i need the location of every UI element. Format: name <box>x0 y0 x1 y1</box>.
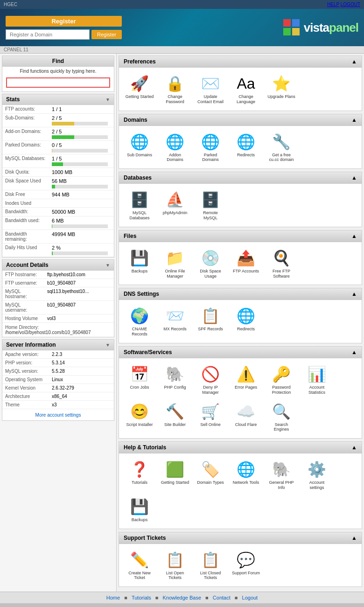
icon-item[interactable]: 🔒 Change Password <box>158 71 192 107</box>
icon-item[interactable]: 🔑 Password Protection <box>265 362 298 398</box>
domain-input[interactable] <box>6 29 90 40</box>
icon-image: 🌍 <box>130 306 149 326</box>
icon-item[interactable]: 🏷️ Domain Types <box>194 457 227 493</box>
icon-item[interactable]: 😊 Script Installer <box>123 399 156 435</box>
icon-item[interactable]: 🟩 Getting Started <box>158 457 192 493</box>
icon-item[interactable]: ⭐ Upgrade Plans <box>265 71 298 107</box>
icon-item[interactable]: 🔍 Search Engines <box>265 399 298 435</box>
footer-sep: ■ <box>205 595 209 600</box>
icon-image: 😊 <box>130 402 149 421</box>
icon-item[interactable]: 📤 FTP Accounts <box>229 246 263 281</box>
stats-label: Parked Domains: <box>2 141 49 154</box>
help-link[interactable]: HELP <box>327 2 339 7</box>
support-title: Support Tickets <box>124 535 166 541</box>
icon-item[interactable]: ✉️ Update Contact Email <box>194 71 227 107</box>
icon-item[interactable]: 🌐 Network Tools <box>229 457 263 493</box>
icon-item[interactable]: 🔨 Site Builder <box>158 399 192 435</box>
icon-image: 🍳 <box>272 248 291 268</box>
icon-item[interactable]: 🚀 Getting Started <box>123 71 156 107</box>
cube-red <box>283 19 291 27</box>
icon-image: ⚠️ <box>236 364 256 384</box>
files-panel: Files ▲ 💾 Backups 📁 Online File Manager … <box>119 230 362 286</box>
dns-header: DNS Settings ▲ <box>119 288 362 300</box>
icon-item[interactable]: 🗄️ MySQL Databases <box>123 188 156 223</box>
icon-item[interactable]: ⚠️ Error Pages <box>229 362 263 398</box>
icon-item[interactable]: 🔧 Get a free cu.cc domain <box>265 130 298 165</box>
icon-item[interactable]: 🌍 CNAME Records <box>123 304 156 339</box>
find-input[interactable] <box>6 77 110 88</box>
icon-item[interactable]: 📅 Cron Jobs <box>123 362 156 398</box>
icon-item[interactable]: 🛒 Sell Online <box>194 399 227 435</box>
icon-item[interactable]: 🗄️ Remote MySQL <box>194 188 227 223</box>
databases-panel: Databases ▲ 🗄️ MySQL Databases ⛵ phpMyAd… <box>119 172 362 227</box>
software-title: Software/Services <box>124 349 172 356</box>
home-dir-label: Home Directory: <box>5 325 39 330</box>
server-row: MySQL version: 5.5.28 <box>2 367 114 376</box>
stats-value: 50000 MB <box>49 208 114 216</box>
icon-item[interactable]: 📋 List Open Tickets <box>158 548 192 583</box>
content: Preferences ▲ 🚀 Getting Started 🔒 Change… <box>117 54 364 592</box>
icon-label: Redirects <box>237 327 255 332</box>
footer-link[interactable]: Tutorials <box>132 595 151 600</box>
icon-item[interactable]: ❓ Tutorials <box>123 457 156 493</box>
register-button[interactable]: Register <box>6 16 122 27</box>
icon-item[interactable]: 💿 Disk Space Usage <box>194 246 227 281</box>
server-value: x3 <box>49 401 114 409</box>
server-row: PHP version: 5.3.14 <box>2 359 114 367</box>
stats-value: 56 MB <box>49 177 114 190</box>
icon-item[interactable]: ⚙️ Account settings <box>300 457 334 493</box>
icon-image: 🟩 <box>165 460 185 479</box>
preferences-body: 🚀 Getting Started 🔒 Change Password ✉️ U… <box>119 68 362 111</box>
icon-item[interactable]: 🐘 General PHP Info <box>265 457 298 493</box>
icon-item[interactable]: 📁 Online File Manager <box>158 246 192 281</box>
icon-label: Update Contact Email <box>196 94 225 105</box>
stats-value: 1 / 5 <box>49 154 114 168</box>
icon-label: Change Password <box>161 94 189 105</box>
more-settings-link[interactable]: More account settings <box>35 412 81 418</box>
footer-link[interactable]: Logout <box>242 595 258 600</box>
icon-item[interactable]: 🌐 Parked Domains <box>194 130 227 165</box>
account-label: FTP username: <box>2 279 44 287</box>
icon-item[interactable]: Aa Change Language <box>229 71 263 107</box>
icon-label: List Open Tickets <box>161 571 189 581</box>
account-row: MySQL username: b10_9504807 <box>2 301 114 314</box>
icon-item[interactable]: ✏️ Create New Ticket <box>123 548 156 583</box>
icon-item[interactable]: 🌐 Addon Domains <box>158 130 192 165</box>
icon-image: 🗄️ <box>201 190 220 209</box>
icon-item[interactable]: 💾 Backups <box>123 246 156 281</box>
icon-label: Parked Domains <box>196 153 225 163</box>
icon-image: 🔒 <box>165 74 185 93</box>
icon-label: Deny IP Manager <box>196 385 225 395</box>
support-arrow: ▲ <box>351 535 357 541</box>
icon-item[interactable]: 🌐 Sub Domains <box>123 130 156 165</box>
preferences-header: Preferences ▲ <box>119 56 362 68</box>
icon-item[interactable]: 🚫 Deny IP Manager <box>194 362 227 398</box>
logo-area: vistapanel <box>283 19 358 36</box>
icon-item[interactable]: 🌐 Redirects <box>229 304 263 339</box>
footer-link[interactable]: Home <box>106 595 120 600</box>
icon-item[interactable]: 📊 Account Statistics <box>300 362 334 398</box>
icon-item[interactable]: 📨 MX Records <box>158 304 192 339</box>
footer-sep: ■ <box>235 595 238 600</box>
icon-item[interactable]: ⛵ phpMyAdmin <box>158 188 192 223</box>
icon-item[interactable]: 💾 Backups <box>123 495 156 525</box>
logout-link[interactable]: LOGOUT <box>341 2 360 7</box>
icon-item[interactable]: 📋 SPF Records <box>194 304 227 339</box>
icon-item[interactable]: ☁️ Cloud Flare <box>229 399 263 435</box>
icon-item[interactable]: 🍳 Free FTP Software <box>265 246 298 281</box>
icon-label: Script Installer <box>126 422 153 427</box>
domain-bar: Register <box>6 29 122 40</box>
icon-label: Account Statistics <box>302 385 331 395</box>
icon-label: Error Pages <box>235 385 257 390</box>
icon-item[interactable]: 📋 List Closed Tickets <box>194 548 227 583</box>
icon-item[interactable]: 🌐 Redirects <box>229 130 263 165</box>
domain-register-button[interactable]: Register <box>91 30 122 39</box>
server-label: MySQL version: <box>2 367 49 376</box>
footer-link[interactable]: Contact <box>213 595 231 600</box>
footer-link[interactable]: Knowledge Base <box>162 595 201 600</box>
preferences-title: Preferences <box>124 58 156 65</box>
icon-item[interactable]: 💬 Support Forum <box>229 548 263 583</box>
support-panel: Support Tickets ▲ ✏️ Create New Ticket 📋… <box>119 532 362 587</box>
stats-table: FTP accounts: 1 / 1 Sub-Domains: 2 / 5 A… <box>2 105 114 257</box>
icon-item[interactable]: 🐘 PHP Config <box>158 362 192 398</box>
